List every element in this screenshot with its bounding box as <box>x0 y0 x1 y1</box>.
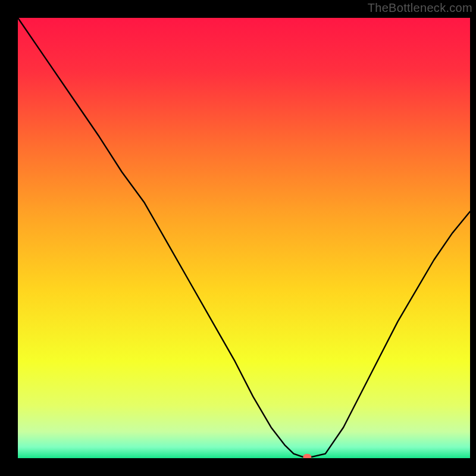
chart-container: TheBottleneck.com <box>0 0 476 476</box>
frame-left <box>0 0 18 476</box>
bottleneck-chart <box>0 0 476 476</box>
frame-bottom <box>0 458 476 476</box>
plot-background <box>18 18 470 458</box>
attribution-text: TheBottleneck.com <box>368 1 472 15</box>
frame-right <box>470 0 476 476</box>
